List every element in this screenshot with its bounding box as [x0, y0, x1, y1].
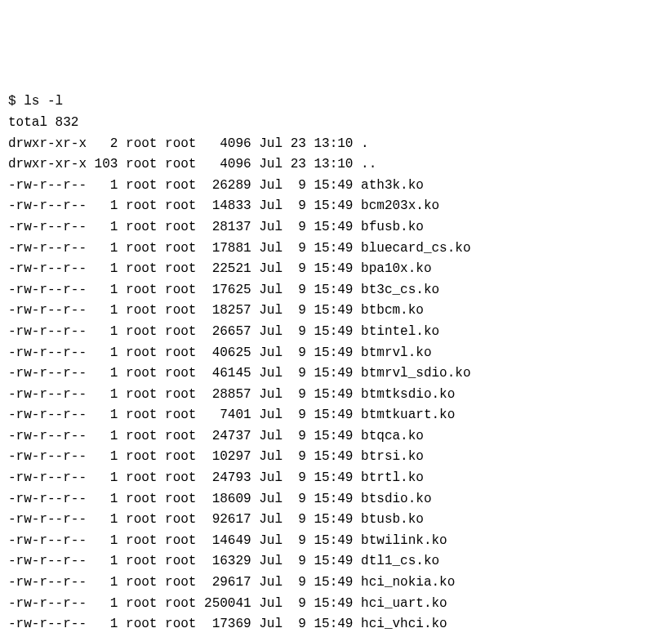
terminal-output: $ ls -ltotal 832drwxr-xr-x 2 root root 4… [8, 91, 664, 637]
file-row: -rw-r--r-- 1 root root 40625 Jul 9 15:49… [8, 343, 664, 364]
file-row: -rw-r--r-- 1 root root 26657 Jul 9 15:49… [8, 322, 664, 343]
file-row: -rw-r--r-- 1 root root 26289 Jul 9 15:49… [8, 176, 664, 197]
command-text: ls -l [24, 94, 63, 109]
file-row: -rw-r--r-- 1 root root 7401 Jul 9 15:49 … [8, 405, 664, 426]
file-row: drwxr-xr-x 103 root root 4096 Jul 23 13:… [8, 154, 664, 176]
shell-prompt: $ [8, 94, 24, 109]
file-row: -rw-r--r-- 1 root root 92617 Jul 9 15:49… [8, 510, 664, 531]
file-row: -rw-r--r-- 1 root root 17881 Jul 9 15:49… [8, 238, 664, 260]
file-row: -rw-r--r-- 1 root root 29617 Jul 9 15:49… [8, 572, 664, 594]
file-row: -rw-r--r-- 1 root root 16329 Jul 9 15:49… [8, 551, 664, 572]
file-row: -rw-r--r-- 1 root root 24793 Jul 9 15:49… [8, 468, 664, 489]
file-row: -rw-r--r-- 1 root root 18609 Jul 9 15:49… [8, 489, 664, 510]
file-row: -rw-r--r-- 1 root root 17369 Jul 9 15:49… [8, 614, 664, 635]
file-row: -rw-r--r-- 1 root root 28137 Jul 9 15:49… [8, 217, 664, 238]
file-row: -rw-r--r-- 1 root root 22521 Jul 9 15:49… [8, 259, 664, 280]
file-row: -rw-r--r-- 1 root root 250041 Jul 9 15:4… [8, 594, 664, 615]
file-row: -rw-r--r-- 1 root root 17625 Jul 9 15:49… [8, 280, 664, 301]
file-row: -rw-r--r-- 1 root root 28857 Jul 9 15:49… [8, 385, 664, 406]
file-row: -rw-r--r-- 1 root root 46145 Jul 9 15:49… [8, 363, 664, 385]
file-row: -rw-r--r-- 1 root root 18257 Jul 9 15:49… [8, 301, 664, 322]
file-row: -rw-r--r-- 1 root root 14649 Jul 9 15:49… [8, 531, 664, 552]
command-line[interactable]: $ ls -l [8, 91, 664, 113]
file-row: -rw-r--r-- 1 root root 14833 Jul 9 15:49… [8, 196, 664, 217]
file-row: drwxr-xr-x 2 root root 4096 Jul 23 13:10… [8, 134, 664, 155]
file-row: -rw-r--r-- 1 root root 10297 Jul 9 15:49… [8, 447, 664, 468]
file-row: -rw-r--r-- 1 root root 24737 Jul 9 15:49… [8, 426, 664, 448]
total-line: total 832 [8, 113, 664, 134]
